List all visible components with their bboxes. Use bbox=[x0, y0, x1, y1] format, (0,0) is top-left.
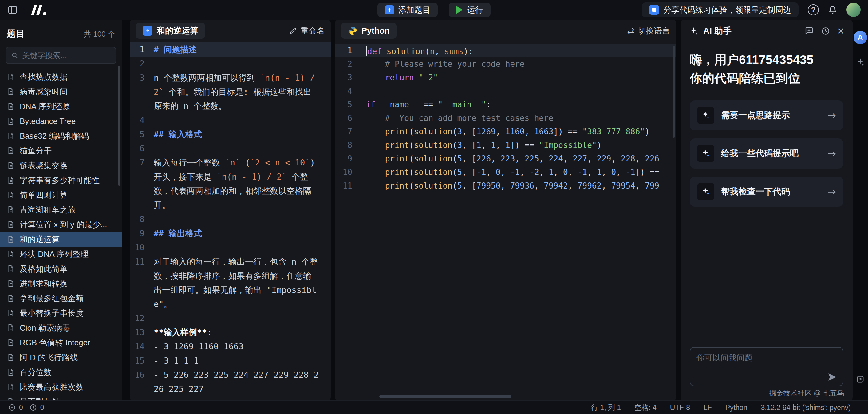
new-chat-icon[interactable] bbox=[804, 26, 814, 36]
close-icon[interactable]: × bbox=[838, 26, 844, 36]
editor-line[interactable]: 11 print(solution(5, [79950, 79936, 7994… bbox=[335, 179, 676, 193]
editor-line[interactable]: 4 bbox=[130, 113, 331, 127]
editor-line[interactable]: 12 bbox=[130, 311, 331, 325]
ai-suggestion-card[interactable]: 帮我检查一下代码→ bbox=[690, 177, 843, 207]
history-icon[interactable] bbox=[821, 26, 830, 36]
assistant-avatar[interactable]: A bbox=[854, 31, 867, 44]
horizontal-scrollbar[interactable] bbox=[366, 395, 669, 398]
editor-line[interactable]: 1# 问题描述 bbox=[130, 42, 331, 57]
share-banner[interactable]: 分享代码练习体验，领限量定制周边 bbox=[642, 2, 799, 17]
language-tab[interactable]: Python bbox=[341, 23, 397, 39]
editor-line[interactable]: 7 print(solution(3, [1269, 1160, 1663]) … bbox=[335, 125, 676, 139]
sidebar-item[interactable]: 链表聚集交换 bbox=[0, 158, 122, 173]
sidebar-item[interactable]: RGB 色值转 Integer bbox=[0, 335, 122, 350]
line-content: # You can add more test cases here bbox=[366, 111, 553, 125]
horizontal-scrollbar-thumb[interactable] bbox=[379, 395, 512, 398]
vertical-scrollbar[interactable] bbox=[673, 46, 675, 138]
expand-icon[interactable] bbox=[856, 375, 865, 384]
sidebar-item[interactable]: 查找热点数据 bbox=[0, 69, 122, 84]
editor-line[interactable]: 6 bbox=[130, 142, 331, 156]
line-content: - 5 226 223 225 224 227 229 228 226 225 … bbox=[154, 368, 331, 396]
line-content: def solution(n, sums): bbox=[366, 44, 473, 57]
sidebar-item[interactable]: 猫鱼分干 bbox=[0, 143, 122, 158]
editor-line[interactable]: 1def solution(n, sums): bbox=[335, 44, 676, 57]
editor-line[interactable]: 16- 5 226 223 225 224 227 229 228 226 22… bbox=[130, 368, 331, 396]
editor-line[interactable]: 14- 3 1269 1160 1663 bbox=[130, 339, 331, 354]
problem-tab[interactable]: 和的逆运算 bbox=[136, 23, 205, 39]
main-area: 题目 共 100 个 查找热点数据病毒感染时间DNA 序列还原Bytedance… bbox=[0, 20, 868, 401]
editor-line[interactable]: 15- 3 1 1 1 bbox=[130, 354, 331, 368]
user-avatar[interactable] bbox=[846, 3, 861, 17]
editor-line[interactable]: 3 return "-2" bbox=[335, 71, 676, 84]
ai-suggestion-card[interactable]: 给我一些代码提示吧→ bbox=[690, 139, 843, 169]
errors-icon[interactable] bbox=[8, 404, 16, 412]
warnings-icon[interactable] bbox=[29, 404, 37, 412]
sidebar-item[interactable]: 阿 D 的飞行路线 bbox=[0, 350, 122, 365]
sidebar-item[interactable]: 进制求和转换 bbox=[0, 276, 122, 291]
sidebar-item[interactable]: 病毒感染时间 bbox=[0, 84, 122, 99]
switch-language-button[interactable]: ⇄ 切换语言 bbox=[627, 26, 670, 36]
line-number: 8 bbox=[335, 139, 366, 152]
editor-line[interactable]: 6 # You can add more test cases here bbox=[335, 111, 676, 125]
editor-line[interactable]: 9## 输出格式 bbox=[130, 226, 331, 240]
sidebar-scrollbar[interactable] bbox=[118, 66, 121, 186]
sidebar-item[interactable]: 百分位数 bbox=[0, 365, 122, 380]
status-item[interactable]: Python bbox=[725, 404, 747, 412]
editor-line[interactable]: 8 print(solution(3, [1, 1, 1]) == "Impos… bbox=[335, 139, 676, 152]
editor-line[interactable]: 2 bbox=[130, 57, 331, 71]
status-item[interactable]: 行 1, 列 1 bbox=[591, 403, 621, 412]
sidebar-item[interactable]: 简单四则计算 bbox=[0, 188, 122, 202]
ai-input-box[interactable] bbox=[690, 347, 843, 386]
rename-button[interactable]: 重命名 bbox=[289, 26, 324, 36]
rail-sparkle-icon[interactable] bbox=[856, 58, 865, 66]
sidebar-item-label: 猫鱼分干 bbox=[20, 146, 52, 156]
sidebar-item[interactable]: Bytedance Tree bbox=[0, 114, 122, 128]
status-item[interactable]: UTF-8 bbox=[670, 404, 690, 412]
editor-line[interactable]: 10 print(solution(5, [-1, 0, -1, -2, 1, … bbox=[335, 166, 676, 179]
plus-icon bbox=[385, 5, 394, 14]
sidebar-item[interactable]: 环状 DNA 序列整理 bbox=[0, 247, 122, 261]
editor-line[interactable]: 11对于输入的每一行，输出一行，包含 n 个整数，按非降序排序，如果有多组解，任… bbox=[130, 255, 331, 311]
help-icon[interactable]: ? bbox=[808, 4, 819, 16]
editor-line[interactable]: 3n 个整数两两相加可以得到 `n(n - 1) / 2` 个和。我们的目标是:… bbox=[130, 71, 331, 113]
sidebar-item[interactable]: 及格如此简单 bbox=[0, 261, 122, 276]
sidebar-item[interactable]: Base32 编码和解码 bbox=[0, 128, 122, 143]
editor-line[interactable]: 5## 输入格式 bbox=[130, 127, 331, 142]
status-item[interactable]: 空格: 4 bbox=[634, 403, 656, 412]
sidebar-item[interactable]: 计算位置 x 到 y 的最少... bbox=[0, 217, 122, 232]
sidebar-item[interactable]: 青海湖租车之旅 bbox=[0, 202, 122, 217]
notifications-icon[interactable] bbox=[828, 5, 837, 14]
editor-line[interactable]: 5if __name__ == "__main__": bbox=[335, 98, 676, 111]
status-right: 行 1, 列 1空格: 4UTF-8LFPython3.12.2 64-bit … bbox=[591, 403, 860, 412]
editor-line[interactable]: 2 # Please write your code here bbox=[335, 57, 676, 71]
sidebar-item[interactable]: 和的逆运算 bbox=[0, 232, 122, 247]
sidebar-item[interactable]: DNA 序列还原 bbox=[0, 99, 122, 114]
ai-suggestion-card[interactable]: 需要一点思路提示→ bbox=[690, 100, 843, 130]
sidebar-item[interactable]: 比赛最高获胜次数 bbox=[0, 380, 122, 394]
sidebar-item[interactable]: 最小替换子串长度 bbox=[0, 306, 122, 321]
line-content: n 个整数两两相加可以得到 `n(n - 1) / 2` 个和。我们的目标是: … bbox=[154, 71, 331, 113]
editor-line[interactable]: 10 bbox=[130, 240, 331, 255]
sidebar-item[interactable]: Cion 勒索病毒 bbox=[0, 321, 122, 335]
ai-input[interactable] bbox=[696, 353, 837, 375]
document-icon bbox=[7, 102, 15, 111]
status-item[interactable]: 3.12.2 64-bit ('shims': pyenv) bbox=[761, 404, 851, 412]
layout-toggle-icon[interactable] bbox=[7, 5, 18, 15]
status-item[interactable]: LF bbox=[704, 404, 712, 412]
search-box[interactable] bbox=[5, 47, 116, 64]
editor-line[interactable]: 8 bbox=[130, 212, 331, 226]
sidebar-item[interactable]: 暴雨梨花针 bbox=[0, 394, 122, 401]
document-icon bbox=[7, 353, 15, 361]
editor-line[interactable]: 4 bbox=[335, 84, 676, 98]
editor-line[interactable]: 7输入每行一个整数 `n` (`2 < n < 10`) 开头，接下来是 `n(… bbox=[130, 156, 331, 212]
sidebar-item[interactable]: 拿到最多红包金额 bbox=[0, 291, 122, 306]
sidebar-item[interactable]: 字符串有多少种可能性 bbox=[0, 173, 122, 188]
run-button[interactable]: 运行 bbox=[449, 3, 491, 17]
add-problem-button[interactable]: 添加题目 bbox=[377, 3, 438, 17]
editor-line[interactable]: 13**输入样例**: bbox=[130, 325, 331, 339]
sparkle-icon bbox=[701, 149, 710, 158]
sidebar-item-label: 查找热点数据 bbox=[20, 72, 68, 83]
editor-line[interactable]: 9 print(solution(5, [226, 223, 225, 224,… bbox=[335, 152, 676, 166]
search-input[interactable] bbox=[22, 51, 121, 60]
send-icon[interactable] bbox=[828, 372, 837, 382]
